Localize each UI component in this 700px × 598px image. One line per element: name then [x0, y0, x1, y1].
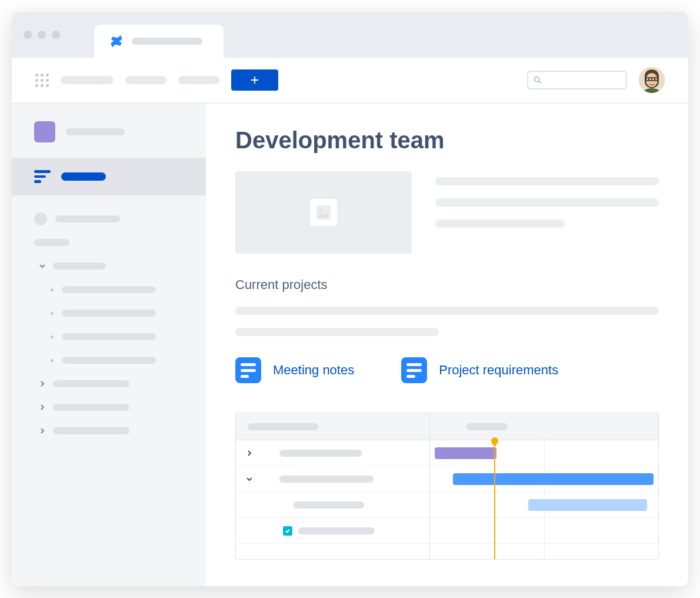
task-label-placeholder — [294, 501, 364, 509]
app-switcher-icon[interactable] — [35, 74, 49, 87]
roadmap-name-column-header — [236, 413, 430, 440]
roadmap-row[interactable] — [236, 492, 429, 518]
tree-label-placeholder — [62, 333, 156, 340]
window-controls — [24, 31, 60, 39]
browser-titlebar — [12, 12, 688, 58]
roadmap-row[interactable] — [236, 518, 429, 544]
roadmap-row[interactable] — [236, 440, 429, 466]
image-placeholder[interactable] — [235, 171, 412, 254]
gantt-bar[interactable] — [453, 473, 654, 485]
tree-label-placeholder — [53, 427, 129, 434]
top-toolbar — [12, 58, 688, 104]
app-body: Development team Current projects — [12, 104, 688, 586]
person-icon — [34, 212, 47, 225]
tree-label-placeholder — [62, 286, 156, 293]
roadmap-timeline-header — [430, 413, 658, 440]
user-avatar[interactable] — [639, 67, 665, 93]
window-minimize-dot[interactable] — [38, 31, 46, 39]
sidebar-item[interactable] — [34, 231, 184, 254]
tree-label-placeholder — [53, 380, 129, 387]
nav-item-placeholder[interactable] — [125, 76, 166, 84]
confluence-logo-icon — [109, 34, 124, 48]
sidebar — [12, 104, 206, 586]
tree-item[interactable] — [34, 419, 184, 443]
window-close-dot[interactable] — [24, 31, 32, 39]
tree-item[interactable] — [34, 372, 184, 396]
tree-item[interactable] — [34, 301, 184, 325]
tree-item[interactable] — [34, 325, 184, 348]
chevron-right-icon — [38, 403, 47, 412]
tree-item[interactable] — [34, 278, 184, 301]
roadmap-header — [236, 413, 658, 440]
today-marker — [494, 440, 495, 559]
document-icon — [235, 357, 261, 383]
hero-section — [235, 171, 659, 254]
space-header[interactable] — [12, 121, 206, 158]
svg-point-11 — [320, 209, 323, 212]
image-icon — [310, 199, 337, 226]
page-title: Development team — [235, 127, 659, 154]
document-icon — [401, 357, 427, 383]
task-label-placeholder — [298, 527, 375, 534]
browser-tab[interactable] — [94, 25, 224, 58]
window-zoom-dot[interactable] — [52, 31, 60, 39]
svg-point-7 — [654, 78, 656, 80]
doc-link-project-requirements[interactable]: Project requirements — [401, 357, 558, 383]
sidebar-label-placeholder — [34, 239, 69, 246]
space-icon — [34, 121, 55, 142]
timeline-column — [544, 413, 658, 440]
roadmap-task-list — [236, 440, 430, 559]
tree-label-placeholder — [62, 357, 156, 364]
tree-item[interactable] — [34, 254, 184, 278]
main-content: Development team Current projects — [206, 104, 688, 586]
tree-label-placeholder — [53, 404, 129, 411]
sidebar-item-overview[interactable] — [12, 158, 206, 195]
chevron-right-icon — [38, 426, 47, 436]
sidebar-active-label-placeholder — [61, 172, 106, 181]
tab-title-placeholder — [132, 38, 202, 45]
app-window: Development team Current projects — [12, 12, 688, 586]
tree-item[interactable] — [34, 396, 184, 419]
bullet-icon — [51, 335, 54, 338]
timeline-label-placeholder — [466, 423, 508, 430]
search-icon — [533, 75, 542, 85]
svg-line-1 — [539, 81, 541, 83]
create-button[interactable] — [231, 69, 278, 91]
sidebar-item[interactable] — [34, 207, 184, 231]
overview-icon — [34, 170, 51, 183]
plus-icon — [249, 75, 260, 85]
svg-point-6 — [648, 78, 650, 80]
gantt-bar[interactable] — [435, 447, 496, 459]
gantt-bar[interactable] — [528, 499, 647, 511]
doc-link-meeting-notes[interactable]: Meeting notes — [235, 357, 354, 383]
checkbox-checked-icon[interactable] — [283, 526, 292, 536]
bullet-icon — [51, 312, 54, 315]
roadmap-row[interactable] — [236, 466, 429, 492]
avatar-image — [639, 67, 665, 93]
task-label-placeholder — [279, 476, 374, 483]
nav-item-placeholder[interactable] — [178, 76, 219, 84]
tree-label-placeholder — [53, 263, 106, 270]
bullet-icon — [51, 359, 54, 362]
chevron-down-icon — [38, 261, 47, 271]
roadmap-widget — [235, 413, 659, 560]
hero-text-placeholder — [435, 171, 659, 254]
bullet-icon — [51, 288, 54, 291]
chevron-right-icon[interactable] — [245, 449, 254, 457]
column-header-placeholder — [248, 423, 318, 430]
svg-point-0 — [535, 77, 539, 82]
document-links: Meeting notes Project requirements — [235, 357, 659, 383]
task-label-placeholder — [279, 450, 362, 457]
roadmap-timeline[interactable] — [430, 440, 658, 559]
chevron-down-icon[interactable] — [245, 475, 254, 483]
section-title: Current projects — [235, 277, 659, 293]
space-name-placeholder — [66, 128, 125, 135]
svg-rect-8 — [316, 205, 331, 220]
tree-item[interactable] — [34, 348, 184, 372]
paragraph-placeholder — [235, 307, 659, 336]
search-input[interactable] — [527, 71, 627, 89]
tree-label-placeholder — [62, 310, 156, 317]
doc-link-label: Meeting notes — [273, 363, 354, 378]
doc-link-label: Project requirements — [439, 363, 558, 378]
nav-item-placeholder[interactable] — [61, 76, 114, 84]
